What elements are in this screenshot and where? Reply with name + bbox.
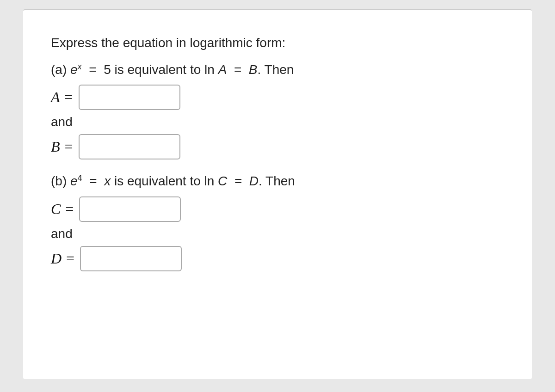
part-b-answer-row-C: C = [51,196,504,222]
part-b-description: (b) e4 = x is equivalent to ln C = D. Th… [51,173,504,189]
part-b-answer-row-D: D = [51,246,504,271]
part-b-and: and [51,227,504,241]
part-a-and: and [51,115,504,129]
part-a-answer-row-A: A = [51,85,504,110]
answer-box-D[interactable] [80,246,182,271]
answer-box-A[interactable] [79,85,180,110]
part-a-description: (a) ex = 5 is equivalent to ln A = B. Th… [51,62,504,77]
part-a-answer-row-B: B = [51,134,504,159]
var-b-label: B = [51,138,74,155]
answer-box-B[interactable] [79,134,180,159]
answer-box-C[interactable] [79,196,181,222]
problem-title: Express the equation in logarithmic form… [51,33,504,53]
main-card: Express the equation in logarithmic form… [23,9,532,379]
var-d-label: D = [51,250,75,267]
var-c-label: C = [51,201,74,218]
var-a-label: A = [51,89,74,106]
